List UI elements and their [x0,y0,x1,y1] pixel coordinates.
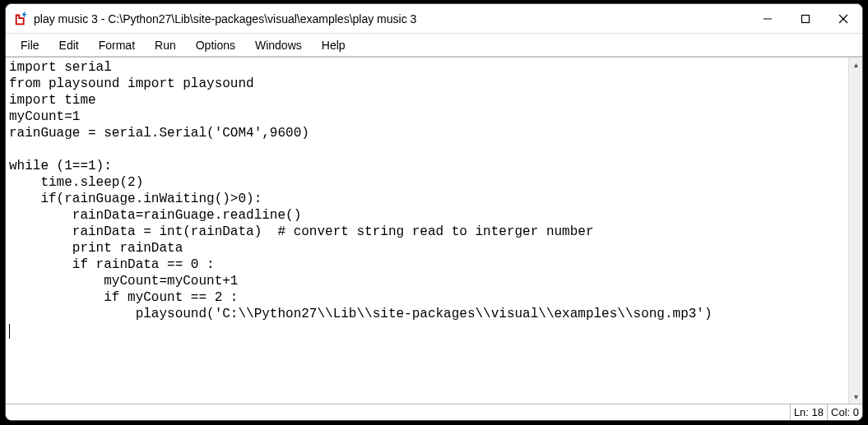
scroll-down-arrow[interactable]: ▾ [849,390,862,404]
menubar: File Edit Format Run Options Windows Hel… [6,34,862,57]
maximize-button[interactable] [787,4,824,33]
status-line: Ln: 18 [790,404,827,420]
menu-edit[interactable]: Edit [49,37,89,53]
close-button[interactable] [824,4,862,33]
scroll-up-arrow[interactable]: ▴ [849,58,862,72]
app-icon [14,12,29,26]
window-controls [749,4,862,33]
menu-windows[interactable]: Windows [245,37,312,53]
status-col: Col: 0 [827,404,862,420]
scroll-track[interactable] [849,72,862,390]
vertical-scrollbar[interactable]: ▴ ▾ [848,58,862,404]
menu-options[interactable]: Options [186,37,245,53]
menu-run[interactable]: Run [145,37,186,53]
editor-area: import serial from playsound import play… [6,57,862,404]
code-text: import serial from playsound import play… [9,60,713,321]
menu-format[interactable]: Format [89,37,145,53]
minimize-button[interactable] [749,4,787,33]
titlebar[interactable]: play music 3 - C:\Python27\Lib\site-pack… [6,4,862,34]
idle-window: play music 3 - C:\Python27\Lib\site-pack… [5,3,863,421]
text-cursor [9,324,10,339]
svg-rect-1 [802,15,810,22]
menu-file[interactable]: File [11,37,49,53]
menu-help[interactable]: Help [312,37,355,53]
code-editor[interactable]: import serial from playsound import play… [6,58,848,404]
statusbar: Ln: 18 Col: 0 [6,404,862,420]
window-title: play music 3 - C:\Python27\Lib\site-pack… [34,12,749,25]
